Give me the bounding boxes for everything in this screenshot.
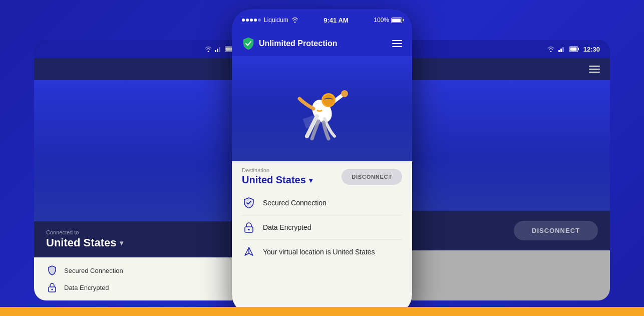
shield-icon-tablet: [46, 264, 58, 276]
phone-hero: [232, 56, 412, 161]
tablet-right-header: [380, 58, 610, 80]
info-text-secured: Secured Connection: [263, 199, 327, 207]
tablet-left-content: Connected to United States ▾ Secured Con…: [34, 58, 264, 300]
signal-dot-5: [258, 19, 261, 22]
tablet-right-gray: [380, 250, 610, 300]
shield-icon-phone: [242, 196, 256, 210]
signal-dot-1: [242, 19, 245, 22]
bottom-bar: [0, 307, 644, 316]
status-left: Liquidum: [242, 17, 298, 24]
wifi-icon-right: [547, 46, 554, 52]
tablet-right-screen: 12:30 DISCONNECT: [380, 40, 610, 300]
tablet-left-country: United States ▾: [46, 236, 252, 249]
battery-fill: [392, 19, 401, 22]
tablet-left-statusbar: 12:30: [34, 40, 264, 58]
signal-dots: [242, 19, 261, 22]
svg-point-19: [248, 229, 250, 231]
battery-icon-right: [569, 46, 579, 52]
phone-app-header: Unlimited Protection: [232, 31, 412, 56]
phone-screen: Liquidum 9:41 AM 100%: [232, 9, 412, 314]
tablet-left-hero: [34, 80, 264, 221]
info-text-location: Your virtual location is United States: [263, 248, 375, 256]
svg-rect-9: [560, 49, 562, 52]
tablet-left-screen: 12:30 Connected to United States ▾: [34, 40, 264, 300]
battery-icon-phone: [391, 18, 402, 23]
tablet-right-time: 12:30: [583, 46, 600, 53]
tablet-info-text-2: Data Encrypted: [64, 284, 109, 291]
svg-rect-2: [219, 47, 220, 52]
tablet-left-info-panel: Secured Connection Data Encrypted: [34, 257, 264, 300]
hamburger-icon-right[interactable]: [589, 66, 600, 73]
svg-rect-12: [578, 48, 579, 50]
tablet-dropdown-arrow[interactable]: ▾: [120, 239, 123, 247]
tablet-right-hero: [380, 80, 610, 211]
info-text-encrypted: Data Encrypted: [263, 223, 311, 231]
svg-rect-1: [217, 49, 218, 52]
svg-rect-8: [558, 50, 560, 52]
phone-statusbar: Liquidum 9:41 AM 100%: [232, 9, 412, 31]
signal-dot-4: [254, 19, 257, 22]
battery-text: 100%: [374, 17, 389, 24]
signal-icon-tablet-left: [215, 46, 222, 52]
status-time: 9:41 AM: [324, 17, 348, 24]
destination-dropdown-arrow[interactable]: ▾: [309, 176, 312, 184]
info-row-encrypted: Data Encrypted: [242, 215, 402, 240]
superhero-illustration: [289, 76, 355, 141]
destination-label: Destination: [242, 167, 312, 173]
tablet-right: 12:30 DISCONNECT: [380, 40, 610, 300]
tablet-right-statusbar: 12:30: [380, 40, 610, 58]
signal-dot-3: [250, 19, 253, 22]
signal-dot-2: [246, 19, 249, 22]
tablet-right-disconnect-area: DISCONNECT: [380, 211, 610, 250]
lock-icon-tablet: [46, 281, 58, 293]
app-title: Unlimited Protection: [259, 39, 337, 48]
tablet-left-header: [34, 58, 264, 80]
phone-disconnect-button[interactable]: DISCONNECT: [342, 169, 402, 185]
svg-point-16: [323, 95, 334, 106]
svg-point-7: [52, 289, 53, 290]
app-logo-area: Unlimited Protection: [242, 37, 337, 50]
signal-icon-right: [558, 46, 565, 52]
carrier-text: Liquidum: [264, 17, 288, 24]
destination-country[interactable]: United States ▾: [242, 174, 312, 186]
svg-point-17: [341, 90, 348, 97]
menu-icon-phone[interactable]: [392, 40, 402, 47]
status-right: 100%: [374, 17, 402, 24]
svg-rect-13: [570, 48, 576, 51]
lock-icon-phone: [242, 220, 256, 234]
tablet-connected-label: Connected to: [46, 229, 252, 235]
phone-destination: Destination United States ▾ DISCONNECT: [232, 161, 412, 191]
wifi-icon: [205, 46, 212, 52]
destination-country-text: United States: [242, 174, 306, 186]
info-row-location: Your virtual location is United States: [242, 240, 402, 264]
phone-center: Liquidum 9:41 AM 100%: [232, 9, 412, 314]
tablet-right-content: DISCONNECT: [380, 58, 610, 300]
tablet-info-row-1: Secured Connection: [46, 264, 252, 276]
app-shield-logo: [242, 37, 255, 50]
tablet-left: 12:30 Connected to United States ▾: [34, 40, 264, 300]
tablet-left-bottom: Connected to United States ▾: [34, 221, 264, 257]
svg-rect-0: [215, 50, 216, 52]
phone-info-panel: Secured Connection Data Encrypted: [232, 191, 412, 314]
info-row-secured: Secured Connection: [242, 191, 402, 215]
destination-left: Destination United States ▾: [242, 167, 312, 186]
tablet-right-disconnect-button[interactable]: DISCONNECT: [514, 221, 598, 240]
tablet-info-text-1: Secured Connection: [64, 267, 123, 274]
tablet-info-row-2: Data Encrypted: [46, 281, 252, 293]
svg-rect-10: [562, 47, 564, 52]
wifi-icon-phone: [291, 17, 298, 23]
location-icon-phone: [242, 245, 256, 259]
svg-rect-5: [225, 48, 232, 51]
